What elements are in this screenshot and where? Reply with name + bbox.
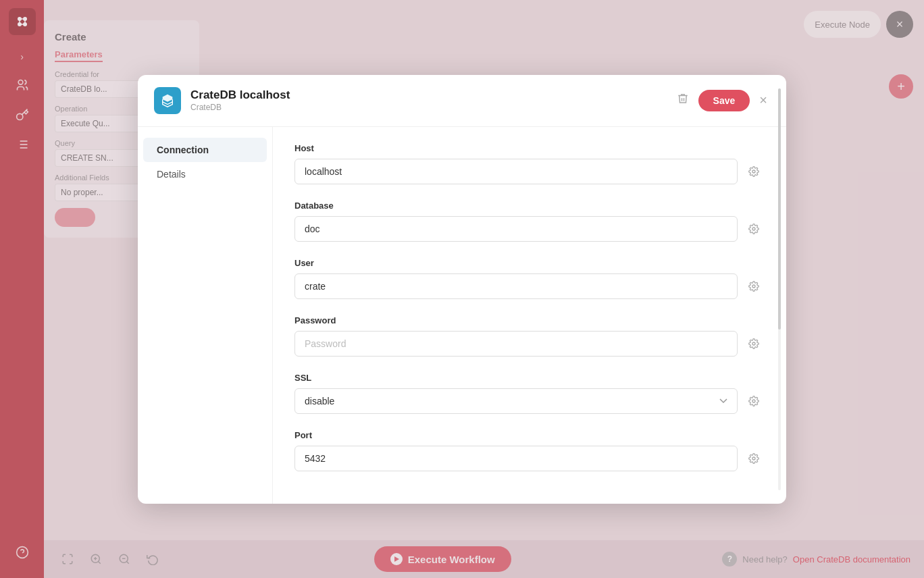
tab-details[interactable]: Details [143,162,267,186]
database-input[interactable] [294,216,738,242]
user-label: User [294,258,765,268]
svg-point-22 [752,400,755,402]
scroll-track [778,127,781,490]
password-label: Password [294,315,765,325]
svg-point-20 [752,285,755,288]
user-field-row [294,273,765,299]
database-gear-button[interactable] [743,218,765,240]
ssl-field: SSL disable enable [294,373,765,414]
ssl-gear-button[interactable] [743,390,765,412]
user-gear-button[interactable] [743,275,765,297]
password-input[interactable] [294,331,738,357]
port-gear-button[interactable] [743,448,765,469]
delete-credential-button[interactable] [674,90,692,111]
trash-icon [677,93,689,105]
modal-title-group: CrateDB localhost CrateDB [190,88,665,112]
modal-overlay: CrateDB localhost CrateDB Save × Conn [0,0,924,578]
password-gear-button[interactable] [743,333,765,354]
modal-sidebar: Connection Details [138,127,273,504]
database-field-row [294,216,765,242]
modal-body: Connection Details Host [138,127,786,504]
database-label: Database [294,201,765,211]
modal-title: CrateDB localhost [190,88,665,102]
gear-icon [748,453,759,464]
gear-icon [748,166,759,177]
gear-icon [748,281,759,292]
host-field: Host [294,143,765,184]
ssl-field-row: disable enable [294,388,765,414]
port-field-row [294,446,765,471]
password-field: Password [294,315,765,357]
host-gear-button[interactable] [743,161,765,182]
svg-point-18 [752,170,755,173]
modal-header-actions: Save × [674,90,770,111]
svg-point-21 [752,342,755,345]
database-field: Database [294,201,765,242]
ssl-label: SSL [294,373,765,383]
db-icon [160,93,175,108]
modal-header: CrateDB localhost CrateDB Save × [138,75,786,127]
save-button[interactable]: Save [698,90,750,111]
host-field-row [294,159,765,184]
credential-modal: CrateDB localhost CrateDB Save × Conn [138,75,786,504]
port-label: Port [294,430,765,440]
svg-point-19 [752,228,755,230]
host-input[interactable] [294,159,738,184]
ssl-select[interactable]: disable enable [294,388,738,414]
port-field: Port [294,430,765,471]
modal-form-content: Host Database [273,127,786,504]
gear-icon [748,396,759,406]
host-label: Host [294,143,765,153]
modal-subtitle: CrateDB [190,103,665,112]
svg-point-23 [752,457,755,460]
password-field-row [294,331,765,357]
gear-icon [748,224,759,234]
modal-close-button[interactable]: × [756,90,770,111]
user-field: User [294,258,765,299]
port-input[interactable] [294,446,738,471]
tab-connection[interactable]: Connection [143,138,267,162]
gear-icon [748,338,759,349]
user-input[interactable] [294,273,738,299]
scroll-thumb [778,127,781,330]
cratedb-icon [154,87,181,114]
